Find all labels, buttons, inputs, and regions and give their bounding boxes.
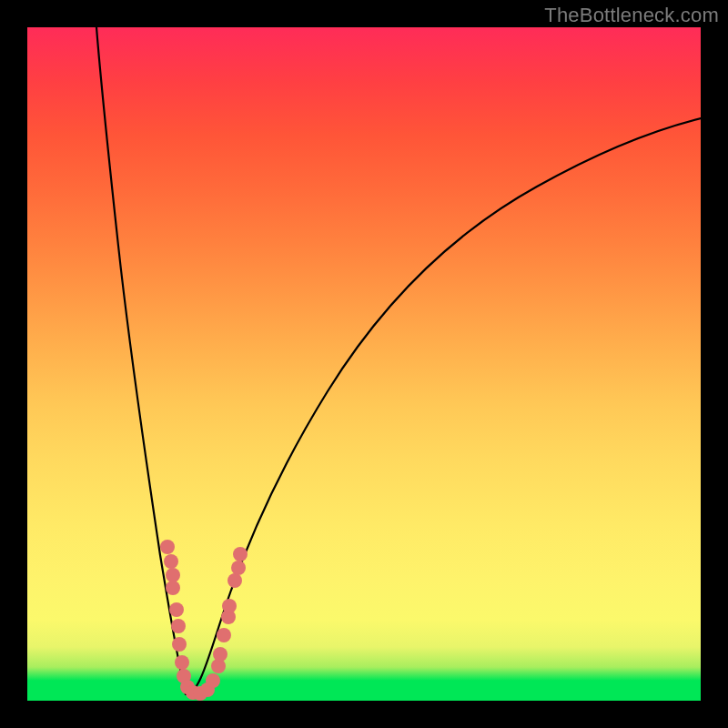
data-point [164,554,178,569]
data-point [169,602,184,617]
data-point [206,673,220,688]
data-point [186,685,200,700]
data-point [211,659,226,673]
data-point [221,610,236,624]
data-point [166,581,180,595]
data-points [160,540,248,701]
watermark-label: TheBottleneck.com [544,4,719,27]
curve-left [96,27,186,694]
plot-area [27,27,701,701]
data-point [175,655,189,670]
curve-layer [27,27,701,701]
chart-root: TheBottleneck.com [0,0,728,728]
data-point [200,682,215,697]
data-point [213,647,228,662]
data-point [177,669,191,683]
data-point [171,619,186,633]
data-point [160,540,175,554]
data-point [233,547,248,561]
data-point [180,680,195,694]
data-point [228,573,242,588]
data-point [222,599,237,613]
data-point [231,561,246,575]
data-point [217,628,231,642]
curve-right [186,118,701,694]
data-point [172,637,187,652]
data-point [193,686,207,701]
data-point [166,568,180,582]
